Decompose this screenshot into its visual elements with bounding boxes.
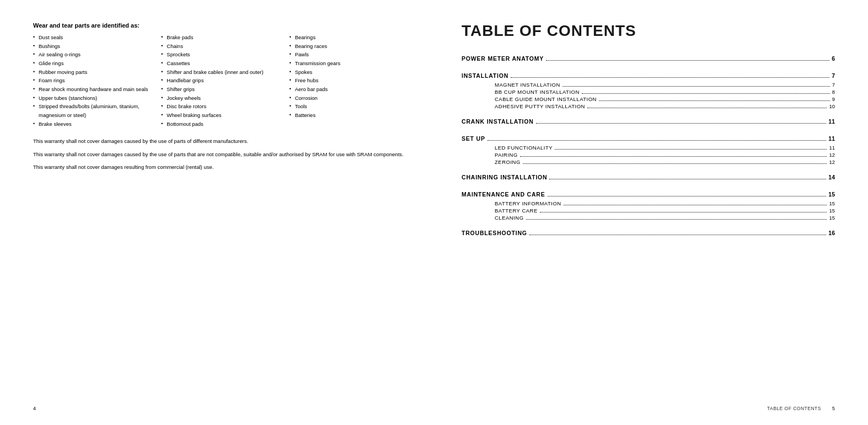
toc-sub-page: 8 — [832, 89, 835, 95]
toc-main-label: TROUBLESHOOTING — [462, 230, 527, 236]
wear-columns: Dust sealsBushingsAir sealing o-ringsGli… — [33, 33, 406, 128]
list-item: Rubber moving parts — [33, 68, 150, 77]
toc-sub-label: BATTERY CARE — [495, 208, 538, 214]
toc-main-label: CRANK INSTALLATION — [462, 118, 534, 125]
list-item: Tools — [290, 102, 406, 111]
toc-sub-entry: BATTERY CARE15 — [495, 208, 835, 214]
toc-page-num: 14 — [828, 174, 835, 180]
wear-heading: Wear and tear parts are identified as: — [33, 22, 406, 29]
list-item: Jockey wheels — [161, 94, 278, 103]
toc-sub-page: 11 — [829, 145, 835, 151]
toc-main-entry: MAINTENANCE AND CARE15 — [462, 191, 835, 198]
toc-sub-entry: ZEROING12 — [495, 159, 835, 165]
toc-sub-page: 12 — [829, 152, 835, 158]
toc-sub-dots — [526, 219, 827, 220]
toc-main-label: INSTALLATION — [462, 72, 508, 79]
toc-sub-entry: MAGNET INSTALLATION7 — [495, 82, 835, 88]
toc-sub-entry: BB CUP MOUNT INSTALLATION8 — [495, 89, 835, 95]
toc-dots — [487, 140, 827, 141]
toc-spacer — [462, 222, 835, 230]
toc-dots — [511, 77, 829, 78]
list-item: Stripped threads/bolts (aluminium, titan… — [33, 102, 150, 119]
toc-sub-label: MAGNET INSTALLATION — [495, 82, 560, 88]
toc-sub-entry: PAIRING12 — [495, 152, 835, 158]
toc-sub-page: 12 — [829, 159, 835, 165]
page-number-left: 4 — [33, 406, 36, 411]
toc-sub-label: ZEROING — [495, 159, 521, 165]
toc-page-num: 11 — [828, 135, 835, 142]
list-item: Spokes — [290, 68, 406, 77]
toc-page-num: 16 — [828, 230, 835, 236]
col2: Brake padsChainsSprocketsCassettesShifte… — [161, 33, 278, 128]
list-item: Disc brake rotors — [161, 102, 278, 111]
toc-main-entry: POWER METER ANATOMY6 — [462, 55, 835, 62]
list-item: Handlebar grips — [161, 76, 278, 85]
list-item: Shifter grips — [161, 85, 278, 94]
toc-title: TABLE OF CONTENTS — [462, 22, 835, 40]
list-item: Glide rings — [33, 59, 150, 68]
toc-main-label: SET UP — [462, 135, 485, 142]
toc-sub-dots — [564, 205, 827, 205]
toc-sub-dots — [520, 156, 827, 157]
left-page: Wear and tear parts are identified as: D… — [0, 0, 434, 425]
col1-list: Dust sealsBushingsAir sealing o-ringsGli… — [33, 33, 150, 128]
list-item: Cassettes — [161, 59, 278, 68]
toc-sub-page: 7 — [832, 82, 835, 88]
toc-sub-label: BB CUP MOUNT INSTALLATION — [495, 89, 580, 95]
list-item: Bushings — [33, 42, 150, 51]
toc-page-num: 11 — [828, 118, 835, 125]
toc-page-num: 7 — [832, 72, 835, 79]
list-item: Bottomout pads — [161, 120, 278, 129]
toc-sub-entry: CLEANING15 — [495, 215, 835, 221]
toc-sub-label: BATTERY INFORMATION — [495, 200, 561, 206]
toc-dots — [536, 123, 827, 124]
toc-sub-dots — [582, 93, 830, 94]
toc-main-label: CHAINRING INSTALLATION — [462, 174, 547, 180]
col2-list: Brake padsChainsSprocketsCassettesShifte… — [161, 33, 278, 128]
toc-spacer — [462, 128, 835, 135]
list-item: Chains — [161, 42, 278, 51]
col3: BearingsBearing racesPawlsTransmission g… — [290, 33, 406, 128]
toc-spacer — [462, 166, 835, 174]
toc-spacer — [462, 110, 835, 118]
list-item: Air sealing o-rings — [33, 50, 150, 59]
toc-sub-entry: ADHESIVE PUTTY INSTALLATION10 — [495, 103, 835, 109]
toc-dots — [546, 60, 829, 61]
toc-sub-page: 15 — [829, 208, 835, 214]
col3-list: BearingsBearing racesPawlsTransmission g… — [290, 33, 406, 120]
toc-dots — [548, 196, 827, 196]
toc-main-label: POWER METER ANATOMY — [462, 55, 544, 62]
list-item: Bearing races — [290, 42, 406, 51]
list-item: Wheel braking surfaces — [161, 111, 278, 120]
toc-page-num: 15 — [828, 191, 835, 198]
toc-sub-label: CABLE GUIDE MOUNT INSTALLATION — [495, 96, 597, 102]
col1: Dust sealsBushingsAir sealing o-ringsGli… — [33, 33, 150, 128]
toc-spacer — [462, 183, 835, 191]
list-item: Brake pads — [161, 33, 278, 42]
toc-spacer — [462, 65, 835, 72]
toc-main-entry: INSTALLATION7 — [462, 72, 835, 79]
toc-label-footer: TABLE OF CONTENTS — [767, 406, 821, 411]
page-number-right-container: TABLE OF CONTENTS 5 — [767, 406, 835, 411]
toc-sub-dots — [587, 108, 827, 108]
toc-main-entry: CRANK INSTALLATION11 — [462, 118, 835, 125]
toc-sub-page: 15 — [829, 215, 835, 221]
toc-sub-label: ADHESIVE PUTTY INSTALLATION — [495, 103, 585, 109]
toc-sub-entry: CABLE GUIDE MOUNT INSTALLATION9 — [495, 96, 835, 102]
list-item: Aero bar pads — [290, 85, 406, 94]
list-item: Dust seals — [33, 33, 150, 42]
toc-section: POWER METER ANATOMY6INSTALLATION7MAGNET … — [462, 55, 835, 239]
toc-main-entry: SET UP11 — [462, 135, 835, 142]
list-item: Corrosion — [290, 94, 406, 103]
toc-sub-entry: BATTERY INFORMATION15 — [495, 200, 835, 206]
list-item: Brake sleeves — [33, 120, 150, 129]
warranty1-text: This warranty shall not cover damages ca… — [33, 137, 406, 145]
toc-main-entry: CHAINRING INSTALLATION14 — [462, 174, 835, 181]
toc-sub-page: 9 — [832, 96, 835, 102]
toc-dots — [549, 179, 826, 179]
right-page: TABLE OF CONTENTS POWER METER ANATOMY6IN… — [434, 0, 868, 425]
page-number-right: 5 — [832, 406, 835, 411]
toc-sub-label: CLEANING — [495, 215, 524, 221]
list-item: Shifter and brake cables (inner and oute… — [161, 68, 278, 77]
list-item: Upper tubes (stanchions) — [33, 94, 150, 103]
